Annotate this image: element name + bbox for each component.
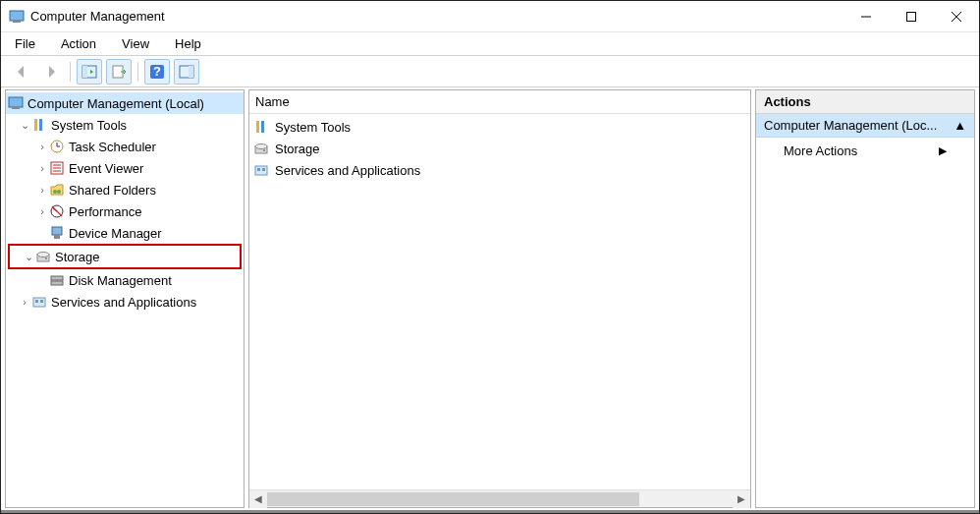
collapse-up-icon[interactable]: ▲ [953,118,966,133]
svg-marker-8 [90,70,93,74]
tree-event-viewer[interactable]: › Event Viewer [6,157,244,179]
services-apps-icon [31,294,47,310]
menu-help[interactable]: Help [171,34,205,53]
svg-rect-30 [52,227,62,235]
storage-icon [35,249,51,264]
close-button[interactable] [934,1,979,31]
device-manager-icon [49,225,65,241]
services-apps-icon [253,162,269,178]
tree-system-tools-label: System Tools [51,118,127,133]
chevron-right-icon: ▶ [939,144,947,157]
svg-rect-41 [261,121,264,133]
menu-file[interactable]: File [11,34,39,53]
tree-task-scheduler[interactable]: › Task Scheduler [6,136,244,157]
tree-task-scheduler-label: Task Scheduler [69,140,156,154]
svg-rect-35 [51,276,63,280]
app-icon [9,9,25,25]
svg-rect-0 [10,11,24,21]
svg-point-25 [53,190,57,194]
svg-rect-39 [40,300,43,303]
expander-collapse-icon[interactable]: ⌄ [22,251,35,263]
column-name[interactable]: Name [255,94,290,109]
list-body[interactable]: System Tools Storage Services and Applic… [249,114,750,489]
export-list-button[interactable] [106,59,132,85]
help-button[interactable]: ? [144,59,170,85]
forward-button[interactable] [38,59,64,85]
list-column-header[interactable]: Name [249,90,750,114]
back-button[interactable] [9,59,34,85]
tree-disk-management-label: Disk Management [69,273,172,288]
expander-expand-icon[interactable]: › [35,162,49,174]
title-bar: Computer Management [1,1,979,32]
show-hide-tree-button[interactable] [77,59,102,85]
show-hide-action-pane-button[interactable] [174,59,199,85]
tree-performance-label: Performance [69,204,141,219]
list-item-label: Services and Applications [275,163,420,178]
toolbar: ? [1,56,979,87]
list-item-label: Storage [275,142,320,156]
svg-text:?: ? [153,64,161,79]
expander-expand-icon[interactable]: › [35,205,49,217]
window-title: Computer Management [30,9,844,24]
svg-rect-38 [35,300,38,303]
expander-expand-icon[interactable]: › [35,184,49,196]
scroll-left-button[interactable]: ◀ [249,490,267,508]
tree-services-apps[interactable]: › Services and Applications [6,291,244,313]
minimize-button[interactable] [844,1,889,31]
expander-collapse-icon[interactable]: ⌄ [18,119,31,132]
expander-expand-icon[interactable]: › [18,296,31,308]
tree-device-manager[interactable]: Device Manager [6,222,244,244]
svg-rect-14 [9,97,23,107]
svg-rect-40 [256,121,259,133]
svg-rect-36 [51,281,63,285]
system-tools-icon [253,119,269,135]
tree-storage[interactable]: ⌄ Storage [10,246,240,267]
svg-point-26 [57,190,61,194]
menu-view[interactable]: View [118,34,153,53]
computer-management-icon [8,95,24,111]
action-section-label: Computer Management (Loc... [764,118,937,133]
toolbar-separator [137,62,138,82]
menu-bar: File Action View Help [1,32,979,56]
list-item-storage[interactable]: Storage [253,138,746,159]
action-section[interactable]: Computer Management (Loc... ▲ [756,114,974,138]
horizontal-scrollbar[interactable]: ◀ ▶ [249,489,750,507]
window-buttons [844,1,979,31]
expander-expand-icon[interactable]: › [35,141,49,152]
scroll-thumb[interactable] [267,492,639,506]
tree-shared-folders-label: Shared Folders [69,183,156,198]
toolbar-separator [70,62,71,82]
storage-icon [253,141,269,156]
list-item-services-apps[interactable]: Services and Applications [253,159,746,181]
action-pane-title: Actions [764,94,811,109]
action-more-actions[interactable]: More Actions ▶ [756,138,974,163]
svg-rect-15 [12,107,20,109]
result-pane: Name System Tools Storage Services and A… [248,89,751,508]
svg-rect-31 [54,235,60,239]
scroll-right-button[interactable]: ▶ [733,490,750,508]
svg-point-43 [255,144,267,149]
action-more-label: More Actions [784,143,857,158]
tree-event-viewer-label: Event Viewer [69,161,143,176]
system-tools-icon [31,117,47,133]
svg-rect-45 [255,166,267,175]
tree-disk-management[interactable]: Disk Management [6,269,244,291]
console-tree[interactable]: Computer Management (Local) ⌄ System Too… [5,89,245,508]
list-item-system-tools[interactable]: System Tools [253,116,746,138]
tree-device-manager-label: Device Manager [69,226,162,241]
svg-rect-13 [189,66,193,78]
tree-shared-folders[interactable]: › Shared Folders [6,179,244,200]
tree-performance[interactable]: › Performance [6,200,244,222]
tree-root[interactable]: Computer Management (Local) [6,92,244,114]
tree-system-tools[interactable]: ⌄ System Tools [6,114,244,136]
maximize-button[interactable] [889,1,934,31]
menu-action[interactable]: Action [57,34,100,53]
svg-point-33 [37,253,49,257]
action-pane-header: Actions [756,90,974,114]
svg-rect-16 [34,119,37,131]
highlighted-storage-row: ⌄ Storage [8,244,242,269]
scroll-track[interactable] [267,492,733,506]
svg-rect-37 [33,298,45,307]
svg-point-44 [263,149,265,151]
tree-root-label: Computer Management (Local) [27,96,204,111]
